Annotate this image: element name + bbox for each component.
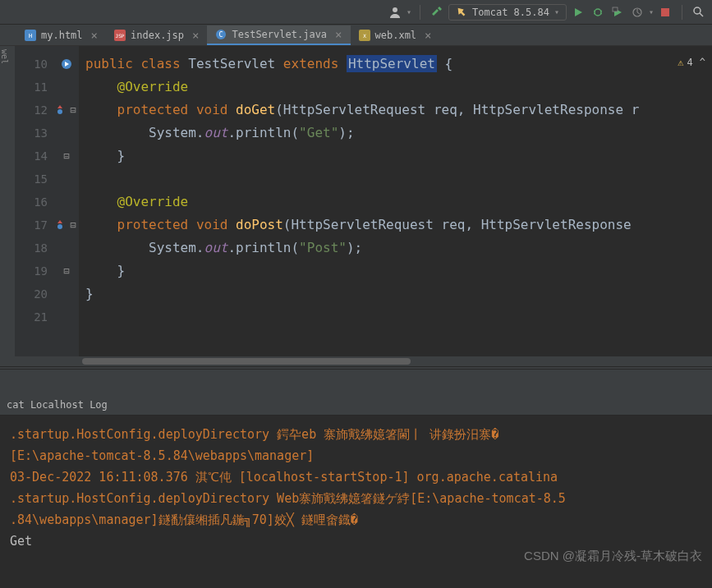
search-icon[interactable] <box>691 4 707 21</box>
line-number: 20 <box>15 283 48 305</box>
svg-line-12 <box>700 13 703 16</box>
svg-text:C: C <box>219 31 223 39</box>
console-tab-header[interactable]: cat Localhost Log <box>0 394 712 416</box>
stop-icon[interactable] <box>657 4 673 21</box>
svg-rect-6 <box>613 7 618 11</box>
svg-rect-10 <box>661 8 669 16</box>
tab-my-html[interactable]: H my.html × <box>16 25 106 45</box>
line-number: 14 <box>15 145 48 168</box>
tab-label: my.html <box>41 30 83 41</box>
scrollbar-thumb[interactable] <box>82 358 411 365</box>
line-number: 13 <box>15 122 48 145</box>
override-icon[interactable] <box>57 220 63 230</box>
svg-text:JSP: JSP <box>116 33 125 39</box>
console-tab-label: cat Localhost Log <box>7 399 108 411</box>
log-line: [E:\apache-tomcat-8.5.84\webapps\manager… <box>10 445 702 466</box>
log-line: .startup.HostConfig.deployDirectory Web寨… <box>10 488 702 509</box>
svg-point-11 <box>694 7 701 14</box>
xml-file-icon: X <box>359 30 370 41</box>
run-gutter-icon[interactable] <box>61 58 72 70</box>
tab-index-jsp[interactable]: JSP index.jsp × <box>106 25 207 45</box>
tab-label: TestServlet.java <box>232 29 327 40</box>
line-gutter: 10 11 12 13 14 15 16 17 18 19 20 21 <box>15 46 54 356</box>
run-icon[interactable] <box>570 4 586 21</box>
svg-point-23 <box>57 224 62 229</box>
line-number: 16 <box>15 191 48 214</box>
hammer-icon[interactable] <box>429 4 445 21</box>
horizontal-scrollbar[interactable] <box>0 356 712 366</box>
code-editor[interactable]: wel 10 11 12 13 14 15 16 17 18 19 20 21 … <box>0 46 712 356</box>
override-icon[interactable] <box>57 105 63 115</box>
svg-line-9 <box>637 12 640 14</box>
java-class-icon: C <box>215 29 227 40</box>
console-output[interactable]: .startup.HostConfig.deployDirectory 鍔卆eb… <box>0 416 712 572</box>
tab-testservlet[interactable]: C TestServlet.java × <box>207 25 350 45</box>
log-line: .startup.HostConfig.deployDirectory 鍔卆eb… <box>10 424 702 445</box>
line-number: 12 <box>15 99 48 122</box>
inspection-badge[interactable]: ⚠4^ <box>678 51 705 74</box>
jsp-file-icon: JSP <box>114 30 126 41</box>
line-number: 10 <box>15 53 48 76</box>
line-number: 18 <box>15 237 48 260</box>
line-number: 17 <box>15 214 48 237</box>
profile-icon[interactable] <box>629 4 645 21</box>
svg-text:H: H <box>29 33 32 39</box>
debug-icon[interactable] <box>590 4 606 21</box>
tab-web-xml[interactable]: X web.xml × <box>351 25 440 45</box>
editor-tabs: H my.html × JSP index.jsp × C TestServle… <box>0 25 712 46</box>
close-icon[interactable]: × <box>425 29 431 42</box>
svg-point-0 <box>393 7 397 12</box>
close-icon[interactable]: × <box>192 29 199 42</box>
close-icon[interactable]: × <box>335 28 342 41</box>
tab-label: web.xml <box>375 30 417 41</box>
watermark: CSDN @凝霜月冷残-草木破白衣 <box>524 545 702 567</box>
html-file-icon: H <box>25 30 36 41</box>
run-config-selector[interactable]: Tomcat 8.5.84 ▾ <box>448 4 567 21</box>
run-config-label: Tomcat 8.5.84 <box>472 7 549 18</box>
svg-point-22 <box>57 109 62 114</box>
svg-text:X: X <box>363 33 366 39</box>
tab-label: index.jsp <box>131 30 184 41</box>
log-line: 03-Dec-2022 16:11:08.376 淇℃伅 [localhost-… <box>10 466 702 488</box>
svg-point-1 <box>595 9 601 16</box>
line-number: 11 <box>15 76 48 99</box>
code-content[interactable]: ⚠4^ public class TestServlet extends Htt… <box>79 46 712 356</box>
log-line: .84\webapps\manager]鐩勫儴缃插凡鍦╗70]姣╳ 鐩哩畬鐡� <box>10 509 702 531</box>
main-toolbar: ▾ Tomcat 8.5.84 ▾ ▾ <box>0 0 712 25</box>
line-number: 21 <box>15 305 48 328</box>
close-icon[interactable]: × <box>91 29 98 42</box>
gutter-icons: ⊟ ⊟ ⊟ ⊟ <box>54 46 79 356</box>
line-number: 19 <box>15 260 48 283</box>
user-icon[interactable] <box>387 4 403 21</box>
line-number: 15 <box>15 168 48 191</box>
coverage-icon[interactable] <box>609 4 626 21</box>
left-tool-strip[interactable]: wel <box>0 46 15 356</box>
